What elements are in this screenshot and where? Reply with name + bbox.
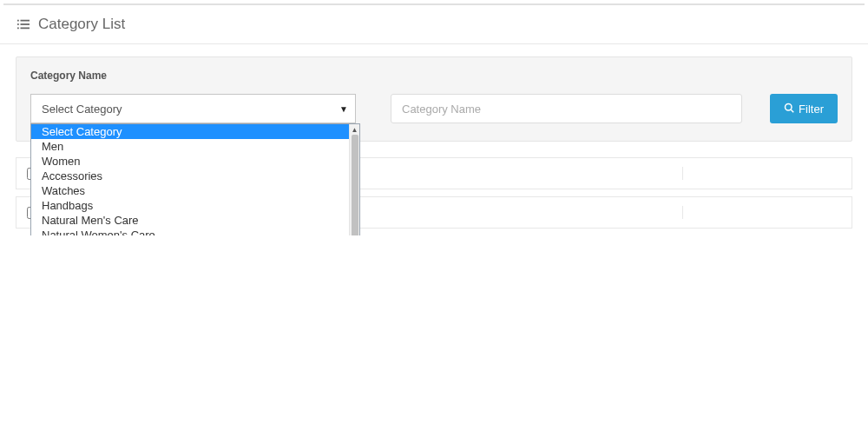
scroll-up-icon[interactable]: ▲ [350,124,360,135]
page-title: Category List [38,16,125,33]
category-select[interactable]: Select Category ▼ [30,94,356,123]
filter-label: Category Name [30,70,838,82]
list-icon [17,18,30,30]
dropdown-option[interactable]: Accessories [31,169,349,183]
search-icon [784,103,794,116]
dropdown-scrollbar[interactable]: ▲ ▼ [349,124,359,235]
dropdown-option[interactable]: Watches [31,183,349,198]
dropdown-option[interactable]: Handbags [31,198,349,213]
svg-rect-3 [21,23,30,25]
filter-row: Select Category ▼ Filter [30,94,838,123]
svg-point-6 [786,103,792,110]
filter-button[interactable]: Filter [770,94,838,123]
column-divider [682,167,683,180]
category-select-value: Select Category [42,103,122,116]
svg-rect-0 [17,20,19,22]
category-name-input[interactable] [391,94,742,123]
column-divider [682,206,683,219]
dropdown-option[interactable]: Natural Women's Care [31,228,349,235]
scrollbar-thumb[interactable] [352,135,358,235]
filter-button-label: Filter [799,103,824,116]
dropdown-list[interactable]: Select CategoryMenWomenAccessoriesWatche… [31,124,349,235]
svg-rect-4 [17,28,19,30]
dropdown-option[interactable]: Select Category [31,124,349,139]
chevron-down-icon: ▼ [339,104,348,114]
filter-panel: Category Name Select Category ▼ Filter S… [16,56,852,142]
category-dropdown[interactable]: Select CategoryMenWomenAccessoriesWatche… [30,123,360,235]
svg-rect-5 [21,28,30,30]
page-header: Category List [0,5,868,44]
svg-rect-1 [21,20,30,22]
svg-rect-2 [17,23,19,25]
dropdown-option[interactable]: Women [31,154,349,169]
dropdown-option[interactable]: Men [31,139,349,154]
dropdown-option[interactable]: Natural Men's Care [31,213,349,228]
svg-line-7 [791,109,793,112]
